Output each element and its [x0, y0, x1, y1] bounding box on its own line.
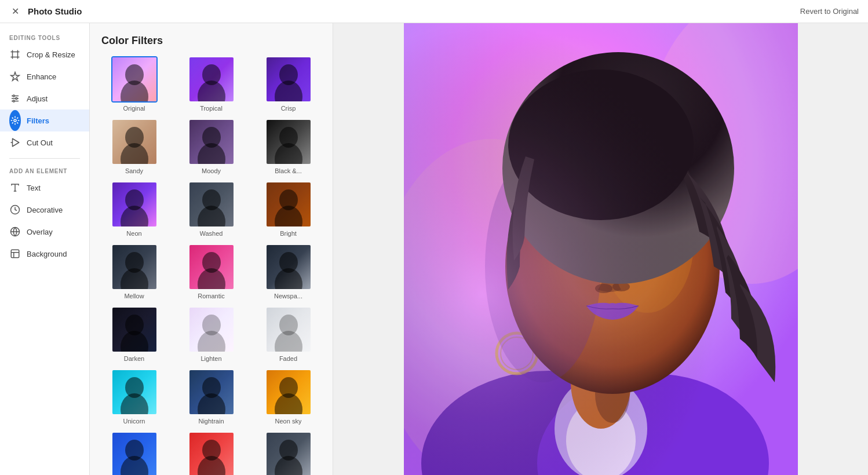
- main-area: EDITING TOOLS Crop & Resize Enh: [0, 23, 868, 475]
- filter-thumb-lighten: [188, 306, 235, 353]
- filter-label-washed: Washed: [200, 230, 223, 237]
- svg-point-7: [14, 119, 16, 122]
- filter-nightrain[interactable]: Nightrain: [176, 367, 246, 427]
- filter-lighten[interactable]: Lighten: [176, 304, 246, 364]
- filter-label-black: Black &...: [275, 167, 301, 174]
- filter-newspaper[interactable]: Newspa...: [253, 242, 323, 302]
- filters-active-circle: [9, 110, 21, 131]
- editing-tools-label: EDITING TOOLS: [0, 30, 89, 43]
- filter-label-original: Original: [123, 105, 145, 112]
- add-element-label: ADD AN ELEMENT: [0, 163, 89, 177]
- filter-label-neon: Neon: [126, 230, 141, 237]
- filter-label-sandy: Sandy: [125, 167, 143, 174]
- overlay-label: Overlay: [27, 228, 53, 236]
- filter-label-neonsky: Neon sky: [275, 418, 302, 425]
- crop-label: Crop & Resize: [27, 50, 75, 59]
- filter-blueray[interactable]: Blue Ray: [99, 429, 169, 475]
- tool-adjust[interactable]: Adjust: [0, 87, 89, 109]
- filter-label-unicorn: Unicorn: [123, 418, 145, 425]
- filter-label-newspaper: Newspa...: [274, 293, 302, 299]
- tool-crop[interactable]: Crop & Resize: [0, 43, 89, 65]
- filter-label-mellow: Mellow: [124, 293, 144, 299]
- filter-thumb-crisp: [265, 56, 312, 103]
- filter-thumb-bright: [265, 181, 312, 228]
- filter-jellybean[interactable]: Jellybean: [176, 429, 246, 475]
- svg-rect-0: [13, 52, 18, 57]
- filter-thumb-original: [111, 56, 158, 103]
- adjust-icon: [9, 93, 21, 104]
- filter-black[interactable]: Black &...: [253, 116, 323, 177]
- canvas-image: [404, 23, 798, 475]
- left-sidebar: EDITING TOOLS Crop & Resize Enh: [0, 23, 90, 475]
- filter-neon[interactable]: Neon: [99, 179, 169, 239]
- filter-thumb-faded: [265, 306, 312, 353]
- filter-faded[interactable]: Faded: [253, 304, 323, 364]
- filter-crisp[interactable]: Crisp: [253, 54, 323, 114]
- filter-thumb-nightrain: [188, 369, 235, 415]
- filter-label-crisp: Crisp: [281, 105, 296, 112]
- enhance-icon: [9, 71, 21, 82]
- filter-label-romantic: Romantic: [198, 293, 224, 299]
- filter-concrete[interactable]: Concrete: [253, 429, 323, 475]
- tool-background[interactable]: Background: [0, 243, 89, 265]
- overlay-icon: [9, 226, 21, 237]
- svg-point-6: [13, 100, 14, 102]
- divider: [9, 158, 80, 159]
- filter-thumb-neonsky: [265, 369, 312, 415]
- text-icon: [9, 182, 21, 193]
- filter-label-nightrain: Nightrain: [198, 418, 224, 425]
- filters-scroll-area: Original Tropical Cr: [90, 54, 333, 475]
- filter-sandy[interactable]: Sandy: [99, 116, 169, 177]
- filters-label: Filters: [27, 116, 49, 125]
- filters-panel: Color Filters Original: [90, 23, 333, 475]
- filter-thumb-moody: [188, 119, 235, 165]
- filter-mellow[interactable]: Mellow: [99, 242, 169, 302]
- cutout-label: Cut Out: [27, 138, 53, 147]
- filter-thumb-unicorn: [111, 369, 158, 415]
- enhance-label: Enhance: [27, 72, 56, 81]
- filter-darken[interactable]: Darken: [99, 304, 169, 364]
- close-button[interactable]: ✕: [9, 6, 21, 17]
- filter-bright[interactable]: Bright: [253, 179, 323, 239]
- topbar-left: ✕ Photo Studio: [9, 6, 82, 17]
- filters-icon: [9, 115, 21, 126]
- svg-point-5: [16, 98, 17, 100]
- tool-cutout[interactable]: Cut Out: [0, 131, 89, 154]
- text-label: Text: [27, 184, 41, 192]
- filter-label-darken: Darken: [124, 355, 144, 362]
- topbar: ✕ Photo Studio Revert to Original: [0, 0, 868, 23]
- filter-unicorn[interactable]: Unicorn: [99, 367, 169, 427]
- filter-grid: Original Tropical Cr: [99, 54, 323, 475]
- filter-thumb-newspaper: [265, 244, 312, 290]
- svg-rect-13: [11, 250, 19, 258]
- filter-washed[interactable]: Washed: [176, 179, 246, 239]
- revert-button[interactable]: Revert to Original: [800, 7, 859, 16]
- filter-thumb-black: [265, 119, 312, 165]
- filter-label-bright: Bright: [280, 230, 297, 237]
- filter-label-moody: Moody: [202, 167, 221, 174]
- filter-label-lighten: Lighten: [200, 355, 221, 362]
- background-label: Background: [27, 250, 67, 258]
- tool-text[interactable]: Text: [0, 177, 89, 199]
- filter-moody[interactable]: Moody: [176, 116, 246, 177]
- svg-point-4: [13, 95, 14, 97]
- decorative-icon: [9, 204, 21, 215]
- filter-neonsky[interactable]: Neon sky: [253, 367, 323, 427]
- filter-thumb-blueray: [111, 432, 158, 475]
- filter-thumb-romantic: [188, 244, 235, 290]
- tool-decorative[interactable]: Decorative: [0, 199, 89, 221]
- filter-thumb-darken: [111, 306, 158, 353]
- tool-enhance[interactable]: Enhance: [0, 65, 89, 87]
- app-title: Photo Studio: [28, 6, 82, 16]
- background-icon: [9, 248, 21, 260]
- filter-romantic[interactable]: Romantic: [176, 242, 246, 302]
- decorative-label: Decorative: [27, 206, 63, 214]
- tool-filters[interactable]: Filters: [0, 109, 89, 131]
- filter-original[interactable]: Original: [99, 54, 169, 114]
- tool-overlay[interactable]: Overlay: [0, 221, 89, 243]
- adjust-label: Adjust: [27, 94, 48, 103]
- cutout-icon: [9, 137, 21, 148]
- filter-tropical[interactable]: Tropical: [176, 54, 246, 114]
- filter-thumb-neon: [111, 181, 158, 228]
- filter-label-faded: Faded: [279, 355, 297, 362]
